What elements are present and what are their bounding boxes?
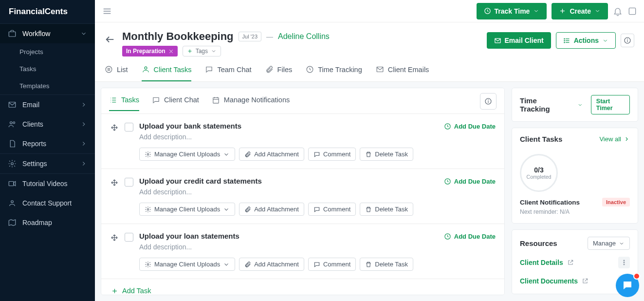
sidebar-label: Settings	[22, 160, 74, 168]
manage-dropdown[interactable]: Manage	[588, 237, 630, 250]
email-client-button[interactable]: Email Client	[487, 32, 551, 49]
plus-icon	[559, 7, 566, 15]
tab-time-tracking[interactable]: Time Tracking	[306, 65, 362, 81]
actions-button[interactable]: Actions	[556, 32, 616, 49]
sidebar-item-email[interactable]: Email	[0, 95, 95, 114]
task-checkbox[interactable]	[125, 178, 133, 187]
client-notifications-label: Client Notifications	[520, 199, 598, 206]
sidebar-item-workflow[interactable]: Workflow	[0, 24, 95, 43]
add-attachment-button[interactable]: Add Attachment	[239, 148, 304, 161]
svg-rect-14	[629, 8, 635, 14]
client-tasks-title: Client Tasks	[520, 135, 562, 143]
manage-uploads-button[interactable]: Manage Client Uploads	[139, 203, 235, 216]
chat-icon	[205, 65, 213, 74]
sidebar-label: Contact Support	[22, 199, 87, 207]
sidebar-item-tutorial[interactable]: Tutorial Videos	[0, 174, 95, 193]
svg-point-2	[10, 122, 13, 124]
add-task-button[interactable]: Add Task	[101, 279, 504, 295]
comment-button[interactable]: Comment	[308, 203, 356, 216]
chevron-down-icon[interactable]	[577, 102, 583, 108]
delete-task-button[interactable]: Delete Task	[360, 203, 413, 216]
period-pill: Jul '23	[239, 32, 261, 41]
plus-icon	[187, 48, 193, 54]
add-attachment-button[interactable]: Add Attachment	[239, 203, 304, 216]
info-button[interactable]	[621, 34, 634, 47]
client-link[interactable]: Adeline Collins	[278, 32, 330, 41]
clock-icon	[444, 178, 451, 185]
subtab-tasks[interactable]: Tasks	[109, 96, 139, 111]
close-icon[interactable]	[168, 49, 174, 54]
email-client-label: Email Client	[505, 37, 544, 44]
svg-point-3	[13, 122, 15, 124]
bell-icon[interactable]	[613, 6, 623, 16]
panel-info-button[interactable]	[480, 93, 497, 110]
status-pill[interactable]: In Preparation	[122, 46, 178, 56]
subtab-client-chat[interactable]: Client Chat	[152, 96, 199, 111]
client-details-link[interactable]: Client Details	[520, 259, 563, 266]
chat-fab[interactable]	[616, 274, 639, 297]
info-icon[interactable]: i	[561, 240, 569, 247]
delete-task-button[interactable]: Delete Task	[360, 258, 413, 271]
list-icon	[109, 96, 117, 104]
task-description[interactable]: Add description...	[139, 243, 438, 251]
more-menu[interactable]	[618, 257, 630, 268]
gear-icon	[145, 206, 151, 213]
sidebar-label: Tutorial Videos	[22, 180, 87, 188]
subtab-label: Tasks	[121, 96, 139, 104]
subtab-manage-notifications[interactable]: Manage Notifications	[212, 96, 290, 111]
client-documents-link[interactable]: Client Documents	[520, 277, 578, 285]
drag-handle-icon[interactable]	[110, 233, 119, 242]
info-icon[interactable]: i	[567, 101, 573, 109]
chevron-right-icon	[80, 140, 87, 147]
sidebar-sub-projects[interactable]: Projects	[0, 43, 95, 60]
svg-rect-0	[9, 32, 16, 37]
chat-icon	[152, 96, 160, 104]
task-checkbox[interactable]	[125, 123, 133, 132]
task-description[interactable]: Add description...	[139, 133, 438, 141]
sidebar-item-reports[interactable]: Reports	[0, 134, 95, 153]
sidebar-item-roadmap[interactable]: Roadmap	[0, 213, 95, 232]
chevron-right-icon	[80, 101, 87, 108]
tags-button[interactable]: Tags	[183, 46, 221, 56]
comment-button[interactable]: Comment	[308, 148, 356, 161]
add-due-date-button[interactable]: Add Due Date	[444, 178, 496, 185]
comment-button[interactable]: Comment	[308, 258, 356, 271]
tab-team-chat[interactable]: Team Chat	[205, 65, 251, 81]
sidebar: FinancialCents Workflow Projects Tasks T…	[0, 0, 95, 301]
panel-icon[interactable]	[627, 6, 637, 16]
paperclip-icon	[244, 261, 251, 268]
manage-uploads-button[interactable]: Manage Client Uploads	[139, 148, 235, 161]
track-time-button[interactable]: Track Time	[477, 3, 547, 19]
gear-icon	[145, 261, 151, 268]
tab-label: Time Tracking	[318, 66, 362, 74]
tab-client-tasks[interactable]: Client Tasks	[142, 65, 192, 81]
sidebar-item-support[interactable]: Contact Support	[0, 193, 95, 213]
drag-handle-icon[interactable]	[110, 123, 119, 132]
add-due-date-button[interactable]: Add Due Date	[444, 233, 496, 240]
tab-label: Files	[277, 66, 293, 74]
tab-files[interactable]: Files	[265, 65, 293, 81]
sidebar-sub-templates[interactable]: Templates	[0, 77, 95, 94]
manage-uploads-button[interactable]: Manage Client Uploads	[139, 258, 235, 271]
view-all-link[interactable]: View all	[599, 135, 630, 143]
tags-label: Tags	[196, 48, 208, 55]
delete-task-button[interactable]: Delete Task	[360, 148, 413, 161]
manage-label: Manage	[593, 240, 616, 247]
add-attachment-button[interactable]: Add Attachment	[239, 258, 304, 271]
task-description[interactable]: Add description...	[139, 188, 438, 196]
sidebar-item-settings[interactable]: Settings	[0, 154, 95, 173]
back-arrow-icon[interactable]	[105, 34, 115, 45]
hamburger-icon[interactable]	[102, 6, 112, 17]
info-icon[interactable]: i	[566, 135, 573, 143]
sidebar-sub-tasks[interactable]: Tasks	[0, 60, 95, 77]
task-checkbox[interactable]	[125, 233, 133, 242]
dash-sep: —	[266, 33, 273, 40]
sidebar-item-clients[interactable]: Clients	[0, 114, 95, 134]
plus-icon	[111, 287, 118, 295]
add-due-date-button[interactable]: Add Due Date	[444, 123, 496, 130]
tab-client-emails[interactable]: Client Emails	[376, 65, 429, 81]
start-timer-button[interactable]: Start Timer	[591, 95, 630, 114]
create-button[interactable]: Create	[552, 3, 608, 19]
drag-handle-icon[interactable]	[110, 178, 119, 187]
tab-list[interactable]: List	[105, 65, 128, 81]
